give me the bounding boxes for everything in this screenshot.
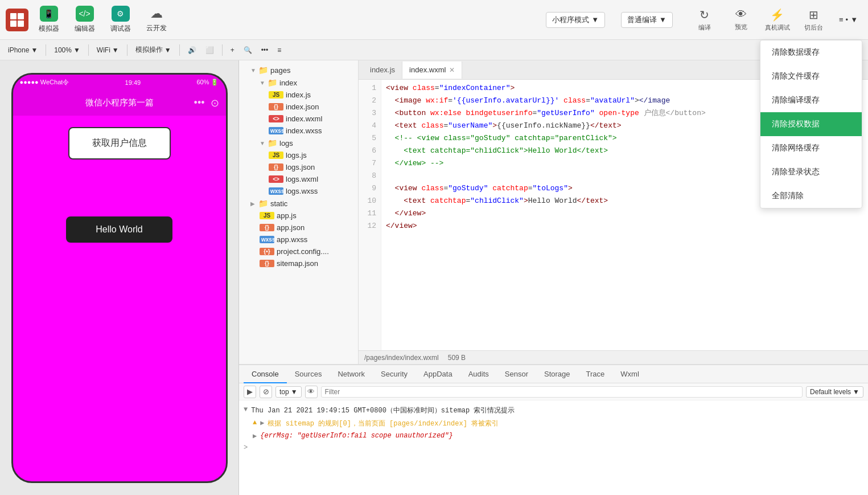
svg-rect-0 [10, 13, 17, 19]
folder-pages[interactable]: ▼ 📁 pages [239, 64, 358, 76]
add-icon: + [231, 46, 235, 54]
phone-battery: 60% 🔋 [196, 79, 219, 86]
folder-pages-label: pages [270, 66, 290, 75]
console-toolbar: ▶ ⊘ top ▼ 👁 Default levels ▼ [239, 383, 868, 400]
tab-close-icon[interactable]: ✕ [449, 66, 455, 74]
file-path: /pages/index/index.wxml [364, 354, 439, 362]
cloud-button[interactable]: ☁ 云开发 [141, 4, 172, 36]
menu-item-clear-data[interactable]: 清除数据缓存 [760, 40, 862, 64]
levels-arrow-icon: ▼ [853, 388, 859, 396]
console-expand-icon: ▶ [260, 419, 264, 427]
file-app-json[interactable]: {} app.json [239, 222, 358, 234]
preview-button[interactable]: 👁 预览 [725, 4, 757, 36]
get-user-info-button[interactable]: 获取用户信息 [68, 127, 171, 159]
levels-selector[interactable]: Default levels ▼ [806, 386, 863, 398]
tab-appdata[interactable]: AppData [416, 365, 460, 383]
speaker-button[interactable]: 🔊 [184, 45, 200, 55]
add-file-button[interactable]: + [227, 45, 238, 55]
code-line-11: </view> [386, 207, 863, 220]
compile-arrow-icon: ▼ [659, 15, 667, 24]
menu-item-clear-login[interactable]: 清除登录状态 [760, 160, 862, 184]
menu-item-clear-network[interactable]: 清除网络缓存 [760, 136, 862, 160]
folder-static-label: static [270, 199, 287, 208]
tab-wxml[interactable]: Wxml [612, 365, 647, 383]
expand-arrow-icon: ▶ [250, 201, 256, 207]
expand-button[interactable]: ⬜ [202, 45, 217, 55]
file-app-wxss[interactable]: wxss app.wxss [239, 234, 358, 246]
console-filter-input[interactable] [321, 386, 803, 398]
editor-button[interactable]: </> 编辑器 [69, 4, 100, 36]
layers-wrapper: ≡ • ▼ 清除数据缓存 清除文件缓存 清除编译缓存 清除授权数据 清除网络缓存… [834, 13, 862, 26]
run-button[interactable]: ▶ [244, 386, 256, 398]
tab-sources[interactable]: Sources [287, 365, 330, 383]
context-selector[interactable]: top ▼ [275, 386, 302, 398]
console-line-error: ▶ {errMsg: "getUserInfo:fail scope unaut… [244, 430, 863, 442]
file-sitemap-json[interactable]: {} sitemap.json [239, 257, 358, 269]
search-file-button[interactable]: 🔍 [240, 45, 256, 55]
file-index-wxml[interactable]: <> index.wxml [239, 113, 358, 125]
compile-selector[interactable]: 普通编译 ▼ [621, 12, 673, 28]
folder-index[interactable]: ▼ 📁 index [239, 76, 358, 89]
tab-sensor[interactable]: Sensor [497, 365, 536, 383]
device-selector[interactable]: iPhone ▼ [5, 45, 41, 55]
warning-icon: ▲ [253, 419, 257, 427]
more-file-button[interactable]: ••• [258, 45, 272, 55]
phone-simulator: ●●●●● WeChat令 19:49 60% 🔋 微信小程序第一篇 ••• ⊙… [0, 60, 239, 495]
backend-icon: ⊞ [809, 8, 818, 22]
preview-label: 预览 [735, 23, 747, 31]
eye-button[interactable]: 👁 [305, 386, 318, 398]
code-status-bar: /pages/index/index.wxml 509 B [359, 350, 868, 364]
file-project-config[interactable]: {•} project.config.... [239, 246, 358, 257]
tab-security[interactable]: Security [373, 365, 416, 383]
tab-index-js[interactable]: index.js [363, 62, 402, 79]
json-badge-icon: {} [269, 103, 283, 111]
menu-item-clear-all[interactable]: 全部清除 [760, 184, 862, 208]
block-button[interactable]: ⊘ [260, 386, 272, 398]
backend-button[interactable]: ⊞ 切后台 [798, 4, 830, 36]
network-selector[interactable]: WiFi ▼ [93, 45, 122, 55]
tab-storage[interactable]: Storage [536, 365, 578, 383]
menu-item-clear-auth[interactable]: 清除授权数据 [760, 112, 862, 136]
layers-label: • [846, 15, 849, 24]
simulator-button[interactable]: 📱 模拟器 [33, 4, 64, 36]
dropdown-menu: 清除数据缓存 清除文件缓存 清除编译缓存 清除授权数据 清除网络缓存 清除登录状… [760, 40, 862, 208]
expand-icon: ⬜ [205, 46, 214, 54]
zoom-selector[interactable]: 100% ▼ [51, 45, 84, 55]
menu-item-clear-file[interactable]: 清除文件缓存 [760, 64, 862, 88]
file-logs-wxss[interactable]: wxss logs.wxss [239, 185, 358, 197]
file-index-json[interactable]: {} index.json [239, 101, 358, 113]
search-icon: 🔍 [244, 46, 252, 54]
reload-button[interactable]: ↻ 编译 [689, 4, 721, 36]
menu-item-clear-compile[interactable]: 清除编译缓存 [760, 88, 862, 112]
json-badge-icon: {} [260, 224, 274, 231]
tab-audits[interactable]: Audits [460, 365, 497, 383]
tab-network[interactable]: Network [330, 365, 373, 383]
layers-button[interactable]: ≡ • ▼ [834, 13, 862, 26]
tab-index-wxml[interactable]: index.wxml ✕ [402, 62, 462, 79]
file-size: 509 B [448, 354, 466, 362]
sort-file-button[interactable]: ≡ [274, 45, 285, 55]
editor-icon: </> [76, 6, 94, 22]
tab-trace[interactable]: Trace [578, 365, 613, 383]
folder-static[interactable]: ▶ 📁 static [239, 197, 358, 210]
file-logs-wxml[interactable]: <> logs.wxml [239, 173, 358, 185]
folder-logs[interactable]: ▼ 📁 logs [239, 137, 358, 149]
phone-status-bar: ●●●●● WeChat令 19:49 60% 🔋 [13, 75, 226, 91]
reload-icon: ↻ [700, 8, 709, 22]
main-area: ●●●●● WeChat令 19:49 60% 🔋 微信小程序第一篇 ••• ⊙… [0, 60, 868, 495]
js-badge-icon: JS [260, 212, 274, 219]
hello-world-button[interactable]: Hello World [66, 216, 172, 243]
console-text: Thu Jan 21 2021 19:49:15 GMT+0800（中国标准时间… [251, 406, 515, 415]
file-logs-js[interactable]: JS logs.js [239, 149, 358, 161]
file-logs-json[interactable]: {} logs.json [239, 161, 358, 173]
svg-rect-2 [10, 21, 17, 27]
file-index-wxss[interactable]: wxss index.wxss [239, 125, 358, 137]
tab-console[interactable]: Console [244, 365, 287, 383]
action-selector[interactable]: 模拟操作 ▼ [132, 44, 175, 56]
file-app-js[interactable]: JS app.js [239, 210, 358, 222]
console-expand-icon: ▼ [244, 406, 248, 414]
debugger-button[interactable]: ⚙ 调试器 [105, 4, 136, 36]
mode-selector[interactable]: 小程序模式 ▼ [546, 12, 605, 28]
device-debug-button[interactable]: ⚡ 真机调试 [762, 4, 793, 36]
file-index-js[interactable]: JS index.js [239, 89, 358, 101]
